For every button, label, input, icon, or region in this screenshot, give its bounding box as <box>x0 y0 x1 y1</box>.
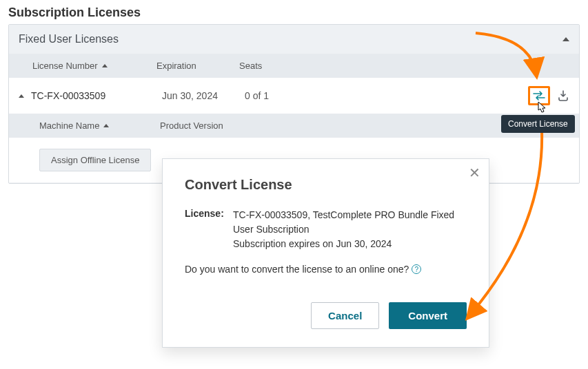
assign-offline-license-button[interactable]: Assign Offline License <box>39 149 151 171</box>
row-seats: 0 of 1 <box>245 90 528 101</box>
column-machine-name-label: Machine Name <box>39 120 99 131</box>
license-row: TC-FX-00033509 Jun 30, 2024 0 of 1 <box>9 78 579 114</box>
sub-column-headers: Machine Name Product Version <box>9 114 579 138</box>
modal-actions: Cancel Convert <box>185 302 467 329</box>
modal-question: Do you want to convert the license to an… <box>185 264 467 275</box>
convert-license-modal: ✕ Convert License License: TC-FX-0003350… <box>162 158 489 348</box>
modal-title: Convert License <box>185 177 467 193</box>
license-label: License: <box>185 208 226 251</box>
panel-title: Fixed User Licenses <box>19 33 119 45</box>
row-actions <box>528 86 569 105</box>
column-expiration[interactable]: Expiration <box>156 61 239 71</box>
column-license-number-label: License Number <box>32 61 98 71</box>
cancel-button[interactable]: Cancel <box>311 302 379 329</box>
license-line1: TC-FX-00033509, TestComplete PRO Bundle … <box>233 208 467 237</box>
convert-license-tooltip: Convert License <box>501 115 575 133</box>
row-expiration: Jun 30, 2024 <box>162 90 245 101</box>
sort-asc-icon <box>103 124 109 127</box>
modal-question-text: Do you want to convert the license to an… <box>185 264 409 275</box>
help-icon[interactable]: ? <box>412 264 421 274</box>
license-line2: Subscription expires on Jun 30, 2024 <box>233 237 467 251</box>
convert-license-button[interactable] <box>528 86 550 105</box>
swap-icon <box>533 91 545 101</box>
sort-asc-icon <box>102 64 108 67</box>
panel-header[interactable]: Fixed User Licenses <box>9 25 579 54</box>
row-expand-icon[interactable] <box>19 94 24 98</box>
download-icon[interactable] <box>557 89 569 102</box>
page-title: Subscription Licenses <box>0 0 588 24</box>
row-license-number: TC-FX-00033509 <box>31 90 162 101</box>
column-license-number[interactable]: License Number <box>19 61 156 71</box>
column-headers: License Number Expiration Seats <box>9 54 579 78</box>
chevron-up-icon <box>562 37 569 41</box>
column-machine-name[interactable]: Machine Name <box>39 120 160 131</box>
license-value: TC-FX-00033509, TestComplete PRO Bundle … <box>233 208 467 251</box>
column-seats[interactable]: Seats <box>239 61 569 71</box>
close-button[interactable]: ✕ <box>469 166 480 180</box>
convert-button[interactable]: Convert <box>389 302 467 329</box>
